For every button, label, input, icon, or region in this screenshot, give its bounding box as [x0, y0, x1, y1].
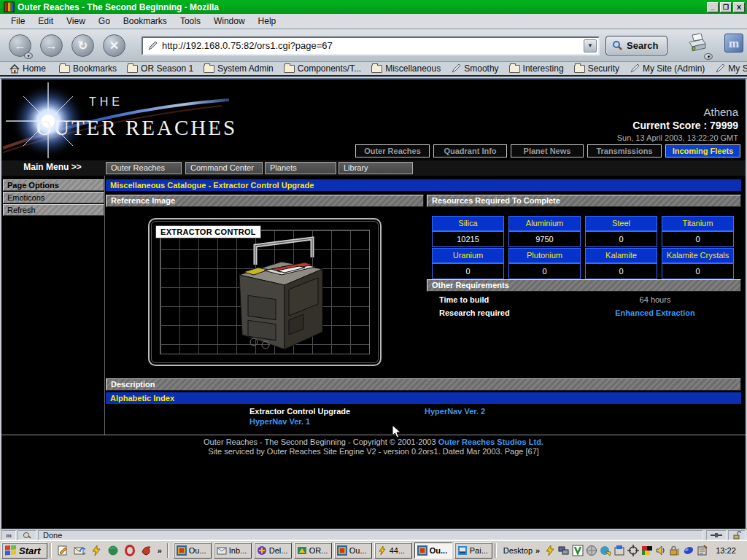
mozilla-icon[interactable] [107, 545, 120, 557]
opera-icon[interactable] [124, 545, 136, 557]
minimize-button[interactable]: _ [707, 2, 719, 12]
menu-help[interactable]: Help [252, 15, 283, 28]
taskbar-clock[interactable]: 13:22 [716, 546, 736, 555]
component-bar-icon[interactable]: m [1, 530, 16, 540]
tray-security-alert-icon[interactable]: ! [669, 545, 681, 556]
restore-button[interactable]: ❐ [720, 2, 732, 12]
compose-icon[interactable] [57, 545, 69, 557]
desktop-overflow-icon[interactable]: » [535, 546, 540, 555]
sidebar-refresh[interactable]: Refresh [3, 204, 104, 216]
bookmark-system-admin[interactable]: System Admin [198, 63, 279, 74]
other-requirements-header: Other Requirements [427, 279, 741, 292]
nav-library[interactable]: Library [338, 162, 413, 174]
menu-go[interactable]: Go [92, 15, 117, 28]
quick-launch-overflow-icon[interactable]: » [158, 546, 162, 555]
bookmark-label: My Site (Admin) [643, 63, 705, 74]
bookmark-bookmarks[interactable]: Bookmarks [54, 63, 122, 74]
tab-quadrant-info[interactable]: Quadrant Info [433, 144, 507, 158]
tray-globe-icon[interactable] [586, 545, 597, 556]
firebird-icon[interactable] [141, 545, 153, 557]
menu-tools[interactable]: Tools [174, 15, 207, 28]
desktop-toolbar-label[interactable]: Desktop [503, 546, 533, 555]
bookmark-label: Miscellaneous [385, 63, 441, 74]
bookmark-or-season-1[interactable]: OR Season 1 [122, 63, 198, 74]
window-titlebar[interactable]: Outer Reaches - The Second Beginning - M… [0, 0, 747, 14]
menu-view[interactable]: View [60, 15, 92, 28]
tab-planet-news[interactable]: Planet News [511, 144, 584, 158]
bookmark-my-site-admin[interactable]: My Site (Admin) [624, 63, 710, 74]
menu-edit[interactable]: Edit [31, 15, 60, 28]
resource-name: Plutonium [508, 248, 581, 263]
bookmark-home[interactable]: Home [4, 63, 51, 74]
bookmark-label: OR Season 1 [141, 63, 193, 74]
bookmark-components[interactable]: Components/T... [279, 63, 366, 74]
mouse-cursor [392, 424, 402, 439]
stop-button[interactable]: ✕ [103, 34, 125, 57]
footer-studio-link[interactable]: Outer Reaches Studios Ltd. [438, 438, 543, 446]
url-bar[interactable]: ▼ [142, 36, 600, 55]
resource-name: Kalamite [585, 248, 657, 263]
back-dropdown-icon[interactable]: ▼ [24, 52, 33, 59]
start-button[interactable]: Start [1, 542, 47, 559]
index-link-hypernav-1[interactable]: HyperNav Ver. 1 [249, 417, 310, 426]
taskbar-window-outer-reaches-active[interactable]: Ou... [414, 542, 452, 559]
url-input[interactable] [162, 40, 584, 51]
reload-button[interactable]: ↻ [71, 34, 94, 57]
tray-crosshair-icon[interactable] [627, 545, 639, 556]
status-text: Done [38, 530, 703, 540]
taskbar-window-inbox[interactable]: Inb... [214, 542, 252, 559]
printer-dropdown-icon[interactable]: ▼ [704, 53, 713, 60]
tray-mouse-icon[interactable] [683, 545, 694, 556]
taskbar-window-outer-reaches-2[interactable]: Ou... [334, 542, 372, 559]
bookmark-label: Bookmarks [73, 63, 117, 74]
print-button[interactable]: ▼ [684, 34, 708, 58]
tray-winamp-icon[interactable] [544, 545, 556, 556]
close-button[interactable]: X [733, 2, 745, 12]
index-link-hypernav-2[interactable]: HyperNav Ver. 2 [425, 407, 485, 416]
windows-flag-icon [5, 545, 17, 556]
bookmark-miscellaneous[interactable]: Miscellaneous [366, 63, 446, 74]
search-button[interactable]: Search [605, 36, 667, 55]
tab-outer-reaches[interactable]: Outer Reaches [355, 144, 430, 158]
bookmark-smoothy[interactable]: Smoothy [446, 63, 503, 74]
security-lock-icon[interactable] [728, 530, 746, 540]
tray-display-icon[interactable] [641, 545, 653, 556]
mozilla-throbber-icon[interactable]: m [724, 34, 743, 52]
taskbar-window-del[interactable]: Del... [254, 542, 292, 559]
taskbar-window-outer-reaches-1[interactable]: Ou... [174, 542, 212, 559]
tab-transmissions[interactable]: Transmissions [587, 144, 662, 158]
tray-volume-icon[interactable] [655, 545, 667, 556]
bookmark-my-site[interactable]: My Site [710, 63, 747, 74]
bookmark-interesting[interactable]: Interesting [504, 63, 569, 74]
mail-icon[interactable] [74, 545, 86, 557]
svg-text:OUTER REACHES: OUTER REACHES [36, 116, 237, 139]
bookmark-security[interactable]: Security [569, 63, 624, 74]
tray-network-icon[interactable] [558, 545, 570, 556]
tray-backup-icon[interactable] [614, 545, 625, 556]
forward-button[interactable]: → [40, 34, 63, 57]
system-tray: ! [544, 545, 708, 556]
online-status-icon[interactable] [706, 530, 727, 540]
tray-scheduler-icon[interactable] [697, 545, 708, 556]
menu-bookmarks[interactable]: Bookmarks [117, 15, 174, 28]
url-dropdown-icon[interactable]: ▼ [584, 39, 597, 52]
taskbar-window-paint[interactable]: Pai... [454, 542, 492, 559]
nav-outer-reaches[interactable]: Outer Reaches [106, 162, 182, 174]
taskbar-window-or[interactable]: OR... [294, 542, 332, 559]
back-button[interactable]: ←▼ [9, 34, 31, 57]
page-proxy-icon[interactable] [18, 530, 36, 540]
nav-planets[interactable]: Planets [265, 162, 336, 174]
winamp-icon[interactable] [90, 545, 103, 557]
research-required-link[interactable]: Enhanced Extraction [582, 308, 728, 317]
tray-update-icon[interactable] [600, 545, 611, 556]
quill-icon [451, 63, 461, 74]
mail-window-icon [217, 545, 227, 556]
tab-incoming-fleets[interactable]: Incoming Fleets [665, 144, 740, 158]
menu-file[interactable]: File [4, 15, 31, 28]
menu-window[interactable]: Window [207, 15, 252, 28]
taskbar-window-winamp[interactable]: 44... [374, 542, 412, 559]
sidebar-page-options[interactable]: Page Options [3, 179, 104, 191]
sidebar-emoticons[interactable]: Emoticons [3, 192, 104, 203]
tray-antivirus-icon[interactable] [572, 545, 584, 556]
nav-command-center[interactable]: Command Center [185, 162, 263, 174]
